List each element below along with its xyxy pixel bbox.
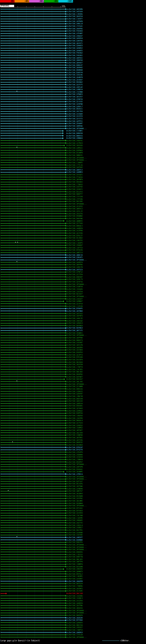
subject-label[interactable]: UniRef100_Q0HWZ3 [66,571,83,572]
subject-label[interactable]: UniRef100_B4YNG9 [66,325,83,327]
subject-label[interactable]: UniRef100_P74416 [66,176,83,178]
subject-label[interactable]: UniRef100_A9M1P7 [66,537,83,538]
alignment-bar[interactable] [1,406,65,406]
alignment-bar[interactable] [1,557,65,557]
subject-label[interactable]: UniRef100_A0Y8W4 [66,310,83,312]
subject-label[interactable]: UniRef100_Q8YNF9 [66,179,83,180]
subject-label[interactable]: UniRef100_B9KHI6 [66,551,83,553]
subject-label[interactable]: UniRef100_UPI0000... [66,476,87,478]
alignment-bar[interactable] [1,53,65,53]
alignment-bar[interactable] [1,588,65,589]
subject-label[interactable]: UniRef100_B8HVC6 [66,135,83,137]
alignment-bar[interactable] [1,418,65,418]
alignment-bar[interactable] [1,226,65,226]
alignment-bar[interactable] [1,240,65,240]
alignment-bar[interactable] [1,513,65,513]
alignment-bar[interactable] [1,632,65,632]
alignment-bar[interactable] [1,82,65,82]
alignment-bar[interactable] [1,476,65,477]
alignment-bar[interactable] [1,187,65,187]
subject-label[interactable]: UniRef100_Q48ME3 [66,171,83,173]
alignment-bar[interactable] [1,9,65,9]
subject-label[interactable]: UniRef100_Q56KM7 [66,123,83,124]
alignment-bar[interactable] [1,111,65,112]
alignment-bar[interactable] [1,622,65,623]
subject-label[interactable]: UniRef100_B5JSF6 [66,483,83,485]
subject-label[interactable]: UniRef100_Q31LJ2 [66,210,83,212]
subject-label[interactable]: UniRef100_A3KZ55 [66,240,83,242]
subject-label[interactable]: UniRef100_B6ESV8 [66,398,83,400]
alignment-bar[interactable] [1,408,65,409]
subject-label[interactable]: UniRef100_UPI0000... [66,464,87,465]
alignment-bar[interactable] [1,242,65,243]
alignment-bar[interactable] [1,87,65,87]
alignment-bar[interactable] [1,413,65,414]
subject-label[interactable]: UniRef100_A4Z7I5 [66,522,83,524]
subject-label[interactable]: UniRef100_C6XM52 [66,427,83,429]
alignment-bar[interactable] [1,172,65,172]
subject-label[interactable]: UniRef100_Q0U143 [66,400,83,402]
alignment-bar[interactable] [1,593,6,594]
subject-label[interactable]: UniRef100_Q7N0E3 [66,94,83,95]
alignment-bar[interactable] [1,444,65,445]
alignment-bar[interactable] [1,335,65,336]
alignment-bar[interactable] [1,228,65,228]
alignment-bar[interactable] [1,425,65,426]
subject-label[interactable]: UniRef100_Q49852 [66,47,83,49]
subject-label[interactable]: UniRef100_B0KQL5 [66,225,83,227]
alignment-bar[interactable] [1,72,65,73]
subject-label[interactable]: UniRef100_B4S167 [66,378,83,380]
subject-label[interactable]: UniRef100_B7K1H9 [66,356,83,358]
alignment-bar[interactable] [1,576,65,576]
subject-label[interactable]: UniRef100_Q871Y5 [66,330,83,332]
subject-label[interactable]: UniRef100_C5BNY8 [66,459,83,460]
alignment-bar[interactable] [1,26,65,26]
alignment-bar[interactable] [1,352,65,353]
alignment-bar[interactable] [1,338,65,338]
subject-label[interactable]: UniRef100_Q49855 [66,50,83,52]
alignment-bar[interactable] [1,41,65,41]
subject-label[interactable]: UniRef100_C77L16 [66,164,83,166]
subject-label[interactable]: UniRef100_Q2JPY3 [66,354,83,356]
subject-label[interactable]: UniRef100_UPI0000... [66,612,87,614]
alignment-bar[interactable] [1,491,65,492]
alignment-bar[interactable] [1,522,65,523]
alignment-bar[interactable] [1,19,65,19]
alignment-bar[interactable] [1,372,65,372]
subject-label[interactable]: UniRef100_Q6LNN5 [66,500,83,502]
subject-label[interactable]: UniRef100_B1X3F4 [66,359,83,361]
subject-label[interactable]: UniRef100_B6B373 [66,340,83,341]
alignment-bar[interactable] [1,584,65,584]
alignment-bar[interactable] [1,311,65,311]
subject-label[interactable]: UniRef100_Q2BNA7 [66,300,83,302]
subject-label[interactable]: UniRef100_C7QKG2 [66,184,83,186]
subject-label[interactable]: UniRef100_B2FQE7 [66,376,83,378]
subject-label[interactable]: UniRef100_B9ZU11 [66,108,83,110]
alignment-bar[interactable] [1,606,65,606]
alignment-bar[interactable] [1,165,65,165]
subject-label[interactable]: UniRef100_C6AYR9 [66,418,83,419]
subject-label[interactable]: UniRef100_Q1MG62 [66,410,83,412]
alignment-bar[interactable] [1,24,65,24]
subject-label[interactable]: UniRef100_B6EE35 [66,442,83,444]
alignment-bar[interactable] [1,613,65,613]
subject-label[interactable]: UniRef100_Q88C19 [66,254,83,256]
subject-label[interactable]: UniRef100_A6CVU9 [66,432,83,434]
alignment-bar[interactable] [1,170,65,170]
alignment-bar[interactable] [1,360,65,360]
subject-label[interactable]: UniRef100_Q087L5 [66,169,83,171]
subject-label[interactable]: UniRef100_A7K2P9 [66,452,83,453]
subject-label[interactable]: UniRef100_A1TR23 [66,142,83,144]
alignment-bar[interactable] [1,238,65,238]
subject-label[interactable]: UniRef100_C6NZ93 [66,415,83,417]
subject-label[interactable]: UniRef100_UPI0000... [66,383,87,385]
alignment-bar[interactable] [1,68,65,68]
alignment-bar[interactable] [1,362,65,362]
alignment-bar[interactable] [1,367,65,367]
alignment-bar[interactable] [1,518,65,518]
alignment-bar[interactable] [1,591,65,591]
alignment-bar[interactable] [1,84,65,85]
alignment-bar[interactable] [1,250,65,250]
subject-label[interactable]: UniRef100_A61B93 [66,493,83,494]
alignment-bar[interactable] [1,235,65,236]
